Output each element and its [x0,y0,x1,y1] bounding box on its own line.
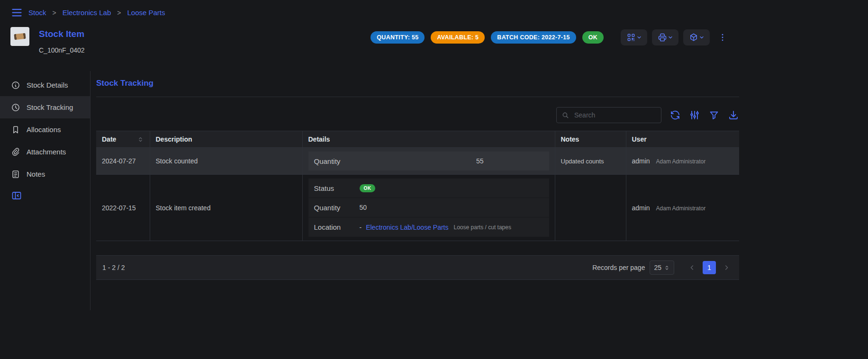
status-ok-badge: OK [360,184,376,192]
page-header: Stock Item C_100nF_0402 QUANTITY: 55 AVA… [0,23,739,54]
part-thumbnail[interactable] [10,27,29,46]
table-header-row: Date Description Details Notes User [96,131,739,148]
sidebar-item-stock-details[interactable]: Stock Details [0,74,90,96]
search-input[interactable] [573,111,656,119]
print-actions-button[interactable] [652,29,678,45]
chevron-down-icon [699,35,705,40]
cell-user: admin Adam Administrator [626,148,739,175]
detail-quantity-label: Quantity [314,157,341,165]
table-options-button[interactable] [689,109,700,121]
chevron-down-icon [668,35,673,40]
batch-code-badge: BATCH CODE: 2022-7-15 [491,31,576,44]
records-per-page-label: Records per page [592,264,645,271]
breadcrumb-link-stock[interactable]: Stock [28,9,46,17]
chevron-left-icon [688,264,696,271]
pagination-controls: Records per page 25 1 [592,260,733,275]
info-icon [11,81,20,90]
breadcrumb-link-loose-parts[interactable]: Loose Parts [127,9,165,17]
breadcrumb-separator: > [52,9,57,17]
content-area: Stock Details Stock Tracking Allocations… [0,71,739,310]
detail-quantity-value: 55 [476,157,543,165]
per-page-value: 25 [654,264,661,271]
column-header-date-label: Date [102,135,116,143]
header-actions [621,29,729,45]
stock-actions-button[interactable] [683,29,710,45]
column-header-description: Description [150,131,302,148]
sort-selector-icon[interactable] [137,136,144,143]
title-block: Stock Item C_100nF_0402 [39,27,85,54]
sidebar-collapse-icon [11,190,22,201]
user-name: admin [632,157,650,165]
page-1-button[interactable]: 1 [703,261,716,274]
column-header-date[interactable]: Date [96,131,150,148]
location-description: Loose parts / cut tapes [454,224,511,231]
record-range-label: 1 - 2 / 2 [102,264,125,271]
select-chevrons-icon [664,265,670,271]
top-navigation: Stock > Electronics Lab > Loose Parts [0,0,739,23]
column-header-details: Details [302,131,555,148]
column-header-notes: Notes [555,131,626,148]
printer-icon [658,33,667,42]
table-row-stock-item-created[interactable]: 2022-07-15 Stock item created Status OK … [96,175,739,241]
section-title: Stock Tracking [96,79,739,88]
filter-button[interactable] [708,109,720,121]
next-page-button[interactable] [720,261,733,274]
detail-quantity-value: 50 [360,204,367,211]
sidebar-item-allocations[interactable]: Allocations [0,118,90,141]
detail-status-label: Status [314,184,360,192]
chevron-down-icon [636,35,642,40]
detail-quantity-label: Quantity [314,204,360,212]
cell-description: Stock counted [150,148,302,175]
cell-user: admin Adam Administrator [626,175,739,241]
detail-status-row: Status OK [308,179,549,198]
column-header-user: User [626,131,739,148]
ok-status-badge: OK [582,31,604,44]
bookmark-icon [11,125,20,135]
search-icon [561,111,570,119]
user-name: admin [632,204,650,212]
notes-text: Updated counts [561,158,604,165]
search-box[interactable] [556,107,661,123]
refresh-button[interactable] [669,109,681,121]
sidebar-collapse-button[interactable] [11,190,22,201]
download-button[interactable] [728,109,739,121]
dots-vertical-icon [718,33,727,42]
detail-location-row: Location - Electronics Lab/Loose Parts L… [308,217,549,237]
sidebar-item-stock-tracking[interactable]: Stock Tracking [0,96,90,118]
user-full-name: Adam Administrator [656,158,706,165]
quantity-badge: QUANTITY: 55 [371,31,425,44]
app-container: Stock > Electronics Lab > Loose Parts St… [0,0,739,310]
cell-notes [555,175,626,241]
sidebar-item-label: Allocations [27,126,61,134]
header-right: QUANTITY: 55 AVAILABLE: 5 BATCH CODE: 20… [371,27,729,45]
sidebar-item-notes[interactable]: Notes [0,163,90,185]
location-link[interactable]: Electronics Lab/Loose Parts [366,224,448,231]
status-badges: QUANTITY: 55 AVAILABLE: 5 BATCH CODE: 20… [371,31,604,44]
refresh-icon [669,109,681,121]
more-options-button[interactable] [716,29,729,45]
menu-icon[interactable] [10,6,23,19]
cell-details: Quantity 55 [302,148,555,175]
cell-date: 2024-07-27 [96,148,150,175]
breadcrumb-link-electronics-lab[interactable]: Electronics Lab [63,9,111,17]
detail-quantity-row: Quantity 50 [308,198,549,217]
filter-icon [708,109,720,121]
history-icon [11,103,20,112]
cell-notes: Updated counts [555,148,626,175]
records-per-page-select[interactable]: 25 [650,260,674,275]
previous-page-button[interactable] [686,261,699,274]
qrcode-icon [626,33,636,42]
table-toolbar [96,107,739,123]
page-nav: 1 [686,261,733,274]
capacitor-image [14,33,26,40]
main-panel: Stock Tracking [90,71,739,310]
sidebar-item-attachments[interactable]: Attachments [0,141,90,163]
sidebar-item-label: Stock Details [27,81,68,89]
barcode-actions-button[interactable] [621,29,647,45]
page-title: Stock Item [39,27,85,38]
sidebar-item-label: Stock Tracking [27,103,73,111]
detail-quantity-row: Quantity 55 [308,152,549,171]
notes-icon [11,170,20,179]
table-row-stock-counted[interactable]: 2024-07-27 Stock counted Quantity 55 Upd… [96,148,739,175]
section-divider [96,97,739,97]
